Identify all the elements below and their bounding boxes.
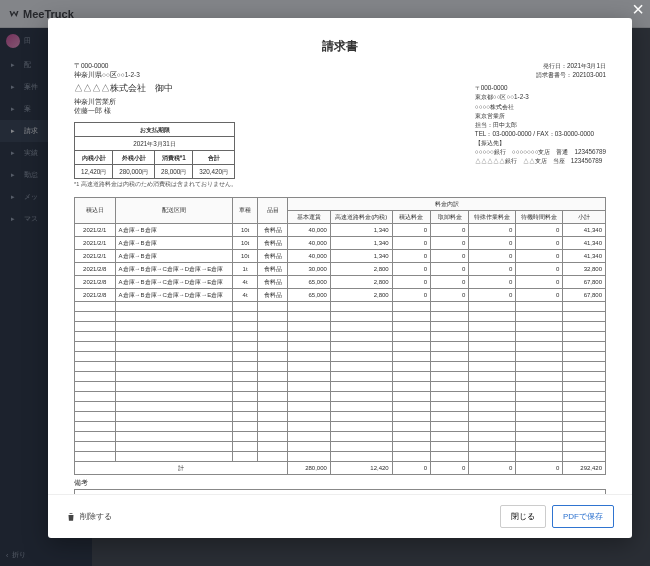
due-date: 2021年3月31日 [75, 136, 235, 150]
client-postal: 〒000-0000 [74, 61, 237, 70]
table-row-empty [75, 302, 606, 312]
table-row: 2021/2/1A倉庫→B倉庫10t食料品40,0001,340000041,3… [75, 250, 606, 263]
table-row-empty [75, 312, 606, 322]
remarks-label: 備考 [74, 479, 606, 488]
client-block: 〒000-0000 神奈川県○○区○○1-2-3 △△△△株式会社 御中 神奈川… [74, 61, 237, 189]
table-row-empty [75, 372, 606, 382]
due-label: お支払期限 [75, 122, 235, 136]
table-row: 2021/2/8A倉庫→B倉庫→C倉庫→D倉庫→E倉庫4t食料品65,0002,… [75, 289, 606, 302]
table-row-empty [75, 332, 606, 342]
table-row-empty [75, 322, 606, 332]
client-name: △△△△株式会社 御中 [74, 82, 237, 95]
delete-button[interactable]: 削除する [66, 511, 112, 522]
modal-footer: 削除する 閉じる PDFで保存 [48, 494, 632, 538]
table-row-empty [75, 362, 606, 372]
invoice-document: 請求書 〒000-0000 神奈川県○○区○○1-2-3 △△△△株式会社 御中… [48, 18, 632, 494]
issuer-company: ○○○○株式会社 [475, 102, 606, 111]
doc-title: 請求書 [74, 38, 606, 55]
line-items-table: 積込日 配送区間 車種 品目 料金内訳 基本運賃 高速道路料金(内税) 積込料金… [74, 197, 606, 475]
tax-note: *1 高速道路料金は内税のため消費税は含まれておりません。 [74, 181, 237, 189]
issue-date: 2021年3月1日 [567, 62, 606, 69]
client-office: 神奈川営業所 [74, 97, 237, 106]
payment-summary-table: お支払期限 2021年3月31日 内税小計 外税小計 消費税*1 合計 12,4… [74, 122, 235, 180]
issuer-block: 発行日：2021年3月1日 請求書番号：202103-001 〒000-0000… [475, 61, 606, 189]
table-row-empty [75, 342, 606, 352]
save-pdf-button[interactable]: PDFで保存 [552, 505, 614, 528]
table-row: 2021/2/1A倉庫→B倉庫10t食料品40,0001,340000041,3… [75, 237, 606, 250]
close-button[interactable]: 閉じる [500, 505, 546, 528]
table-row: 2021/2/1A倉庫→B倉庫10t食料品40,0001,340000041,3… [75, 224, 606, 237]
table-row-empty [75, 392, 606, 402]
table-row-empty [75, 442, 606, 452]
table-row: 2021/2/8A倉庫→B倉庫→C倉庫→D倉庫→E倉庫1t食料品30,0002,… [75, 263, 606, 276]
table-row: 2021/2/8A倉庫→B倉庫→C倉庫→D倉庫→E倉庫4t食料品65,0002,… [75, 276, 606, 289]
table-row-empty [75, 422, 606, 432]
invoice-modal: 請求書 〒000-0000 神奈川県○○区○○1-2-3 △△△△株式会社 御中… [48, 18, 632, 538]
table-row-empty [75, 382, 606, 392]
table-row-empty [75, 402, 606, 412]
table-row-empty [75, 352, 606, 362]
totals-row: 計 280,000 12,420 0 0 0 0 292,420 [75, 462, 606, 475]
client-addr: 神奈川県○○区○○1-2-3 [74, 70, 237, 79]
client-person: 佐藤一郎 様 [74, 106, 237, 115]
table-row-empty [75, 432, 606, 442]
table-row-empty [75, 412, 606, 422]
table-row-empty [75, 452, 606, 462]
trash-icon [66, 512, 76, 522]
invoice-number: 202103-001 [572, 71, 606, 78]
close-icon[interactable]: × [632, 0, 644, 21]
